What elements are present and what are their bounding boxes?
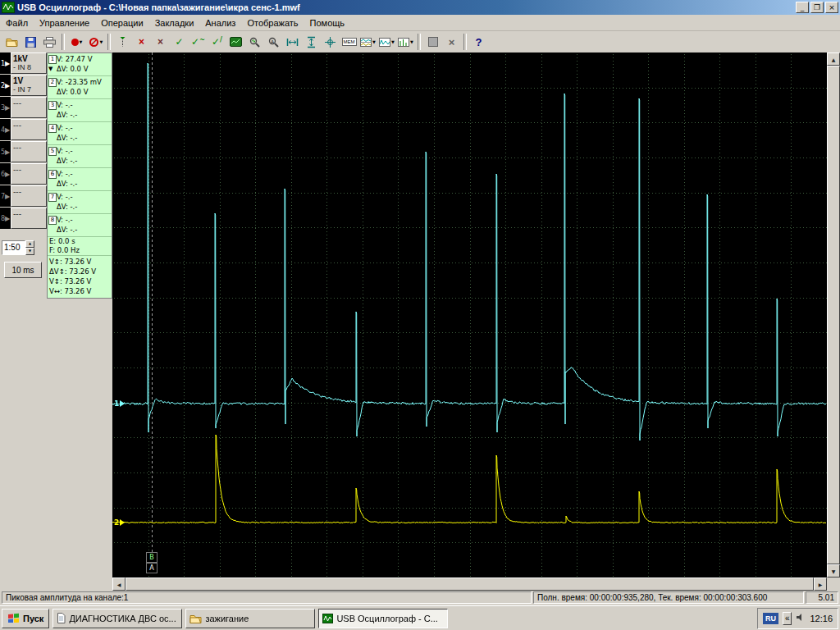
menu-item-display[interactable]: Отображать — [241, 16, 304, 30]
channel-1-settings[interactable]: 1kV- IN 8 — [11, 52, 47, 74]
toolbar-button-save[interactable] — [21, 33, 40, 51]
volume-icon[interactable] — [796, 613, 806, 623]
taskbar-task-3[interactable]: USB Осциллограф - C... — [318, 609, 448, 628]
status-time-info: Полн. время: 00:00:00:935,280, Тек. врем… — [533, 591, 804, 604]
scroll-down-button[interactable]: ▼ — [827, 564, 840, 578]
channel-8-button[interactable]: 8▶ — [0, 208, 11, 229]
toolbar-separator — [418, 34, 421, 50]
toolbar-button-fit-vertical[interactable] — [302, 33, 321, 51]
toolbar-button-erase-marks[interactable]: × — [132, 33, 151, 51]
frequency-value: F: 0.0 Hz — [49, 246, 110, 255]
readout-voltage-value: V: -23.35 mV — [57, 77, 111, 87]
toolbar-button-view-overlay[interactable]: ▼ — [377, 33, 396, 51]
view-channels-icon — [398, 38, 409, 47]
toolbar-button-erase-all[interactable]: × — [151, 33, 170, 51]
minimize-button[interactable]: _ — [796, 2, 809, 13]
toolbar-button-align-center[interactable] — [321, 33, 340, 51]
start-button[interactable]: Пуск — [2, 609, 49, 628]
channel-4-settings[interactable]: --- — [11, 119, 47, 140]
cursor-label-a[interactable]: А — [146, 563, 158, 573]
toolbar-button-accept[interactable]: ✓ — [170, 33, 189, 51]
horizontal-scroll-thumb[interactable] — [126, 578, 814, 591]
channel-6-button[interactable]: 6▶ — [0, 163, 11, 185]
channel-5-row: 5▶--- — [0, 141, 47, 162]
toolbar-button-accept-smooth[interactable]: ✓~ — [189, 33, 208, 51]
toolbar-button-find-signal[interactable]: A — [264, 33, 283, 51]
toolbar-button-record-options[interactable]: ▼ — [86, 33, 105, 51]
channel-2-settings[interactable]: 1V- IN 7 — [11, 75, 47, 96]
menu-item-analysis[interactable]: Анализ — [199, 16, 241, 30]
channel-1-button[interactable]: 1▶ — [0, 52, 11, 74]
channel-2-button[interactable]: 2▶ — [0, 75, 11, 96]
vertical-scrollbar[interactable]: ▲ ▼ — [827, 52, 840, 578]
toolbar-button-stop[interactable] — [423, 33, 442, 51]
toolbar-button-fit-horizontal[interactable] — [283, 33, 302, 51]
dropdown-caret-icon: ▼ — [391, 39, 395, 44]
toolbar-button-view-split[interactable]: ▼ — [358, 33, 377, 51]
timebase-ratio-spinner[interactable]: 1:50 ▲ ▼ — [2, 240, 34, 255]
toolbar-button-print[interactable] — [40, 33, 59, 51]
channel-7-button[interactable]: 7▶ — [0, 185, 11, 207]
channel-4-button[interactable]: 4▶ — [0, 119, 11, 140]
toolbar-button-cursor-line[interactable] — [113, 33, 132, 51]
readout-channel-number: 7 — [48, 193, 57, 202]
channel-sidebar: 1▶1kV- IN 82▶1V- IN 73▶---4▶---5▶---6▶--… — [0, 52, 47, 578]
scroll-up-button[interactable]: ▲ — [827, 52, 840, 66]
horizontal-scrollbar[interactable]: ◀ ▶ — [112, 578, 827, 591]
restore-button[interactable]: ❐ — [810, 2, 824, 13]
scroll-left-button[interactable]: ◀ — [112, 578, 126, 591]
toolbar-button-full-screen[interactable] — [226, 33, 245, 51]
toolbar-button-record[interactable]: ▼ — [67, 33, 86, 51]
channel-4-scale: --- — [13, 121, 44, 130]
accept-smooth-icon: ✓~ — [191, 36, 205, 48]
memory-icon: MEM — [342, 38, 357, 46]
channel-3-settings[interactable]: --- — [11, 97, 47, 118]
ratio-decrease-button[interactable]: ▼ — [25, 248, 34, 255]
menu-item-file[interactable]: Файл — [0, 16, 34, 30]
toolbar-button-zoom-signal[interactable] — [245, 33, 264, 51]
vertical-scroll-thumb[interactable] — [827, 66, 840, 564]
dropdown-caret-icon: ▼ — [100, 39, 103, 44]
channel-7-scale: --- — [13, 187, 44, 196]
taskbar-task-2[interactable]: зажигание — [185, 609, 315, 628]
toolbar-button-view-channels[interactable]: ▼ — [396, 33, 415, 51]
menu-item-operations[interactable]: Операции — [95, 16, 148, 30]
menu-item-control[interactable]: Управление — [34, 16, 95, 30]
language-indicator[interactable]: RU — [763, 613, 778, 624]
channel-7-row: 7▶--- — [0, 185, 47, 207]
channel-7-settings[interactable]: --- — [11, 185, 47, 207]
close-button[interactable]: × — [825, 2, 838, 13]
status-bar: Пиковая амплитуда на канале:1 Полн. врем… — [0, 591, 840, 605]
collapse-tray-button[interactable]: « — [783, 612, 792, 625]
oscilloscope-display[interactable]: В А — [112, 52, 827, 578]
open-icon — [6, 37, 18, 47]
toolbar-button-accept-filter[interactable]: ✓/ — [208, 33, 226, 51]
channel-5-button[interactable]: 5▶ — [0, 141, 11, 162]
sweep-time-button[interactable]: 10 ms — [4, 262, 42, 278]
toolbar-button-open[interactable] — [2, 33, 21, 51]
cursor-label-b[interactable]: В — [146, 552, 158, 563]
channel-6-settings[interactable]: --- — [11, 163, 47, 185]
channel-8-settings[interactable]: --- — [11, 208, 47, 229]
toolbar: ▼▼××✓✓~✓/AMEM▼▼▼×? — [0, 31, 840, 52]
toolbar-button-memory[interactable]: MEM — [340, 33, 358, 51]
system-tray: RU « 12:16 — [757, 608, 838, 629]
ratio-increase-button[interactable]: ▲ — [25, 240, 34, 248]
task-label: USB Осциллограф - C... — [336, 614, 437, 623]
toolbar-button-clear-screen[interactable]: × — [442, 33, 461, 51]
menu-item-bookmarks[interactable]: Закладки — [149, 16, 200, 30]
vertical-scroll-track[interactable] — [827, 66, 840, 564]
readout-voltage-value: V: -.- — [57, 100, 111, 110]
channel-3-button[interactable]: 3▶ — [0, 97, 11, 118]
menu-item-help[interactable]: Помощь — [304, 16, 351, 30]
menu-bar: ФайлУправлениеОперацииЗакладкиАнализОтоб… — [0, 15, 840, 31]
waveform-canvas[interactable] — [112, 52, 827, 578]
taskbar-task-1[interactable]: ДИАГНОСТИКА ДВС ос... — [52, 609, 182, 628]
horizontal-scroll-track[interactable] — [126, 578, 814, 591]
channel-5-settings[interactable]: --- — [11, 141, 47, 162]
toolbar-button-help[interactable]: ? — [469, 33, 488, 51]
print-icon — [43, 37, 56, 48]
app-icon — [2, 2, 15, 13]
scroll-right-button[interactable]: ▶ — [814, 578, 827, 591]
application-window: USB Осциллограф - C:\Новая папка\зажиган… — [0, 0, 840, 630]
